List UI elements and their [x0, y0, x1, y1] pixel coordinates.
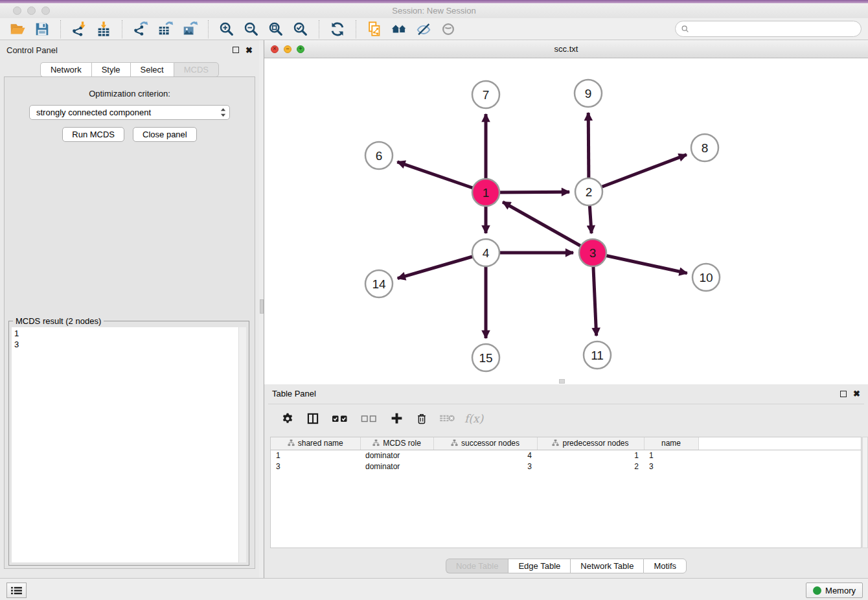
toolbar-separator: [319, 20, 319, 38]
column-header-name[interactable]: name: [644, 437, 698, 450]
zoom-selected-button[interactable]: [290, 19, 312, 39]
mcds-result-text[interactable]: 1 3: [12, 327, 238, 562]
graph-node-label: 4: [483, 246, 490, 260]
graph-edge-3-1[interactable]: [503, 202, 593, 253]
close-table-panel-icon[interactable]: ✖: [853, 389, 860, 398]
cell-shared-name[interactable]: 1: [271, 450, 360, 461]
column-header-successor-nodes[interactable]: successor nodes: [433, 437, 537, 450]
hide-panel-button[interactable]: [413, 19, 435, 39]
open-session-button[interactable]: [6, 19, 29, 39]
panel-divider-vertical[interactable]: [259, 40, 264, 578]
mcds-buttons: Run MCDS Close panel: [5, 127, 255, 142]
cell-predecessor-nodes[interactable]: 1: [537, 450, 644, 461]
tab-motifs[interactable]: Motifs: [643, 559, 687, 573]
search-field[interactable]: [675, 21, 862, 37]
cell-successor-nodes[interactable]: 4: [433, 450, 537, 461]
cell-mcds-role[interactable]: dominator: [360, 461, 433, 472]
tab-network[interactable]: Network: [40, 62, 91, 77]
delete-column-button[interactable]: [437, 408, 457, 429]
toolbar-separator: [356, 20, 356, 38]
plus-icon: [390, 411, 404, 425]
save-session-button[interactable]: [31, 19, 53, 39]
graph-node-label: 15: [479, 351, 492, 365]
columns-icon: [306, 412, 319, 425]
table-panel-header: Table Panel ✖: [264, 385, 868, 402]
column-header-predecessor-nodes[interactable]: predecessor nodes: [537, 437, 644, 450]
close-panel-icon[interactable]: ✖: [246, 46, 253, 54]
graph-edge-2-8[interactable]: [589, 155, 687, 192]
mcds-result-legend: MCDS result (2 nodes): [13, 316, 104, 326]
add-row-button[interactable]: [386, 408, 407, 429]
eye-icon: [440, 21, 457, 38]
apply-layout-button[interactable]: [326, 19, 348, 39]
table-row[interactable]: 3 dominator 3 2 3: [271, 461, 861, 472]
table-scrollbar[interactable]: [862, 437, 868, 548]
export-table-button[interactable]: [154, 19, 176, 39]
tab-select[interactable]: Select: [130, 62, 174, 77]
float-panel-icon[interactable]: [233, 47, 239, 53]
zoom-out-button[interactable]: [240, 19, 262, 39]
clone-network-button[interactable]: [363, 19, 385, 39]
graph-edge-3-10[interactable]: [593, 253, 687, 273]
checked-boxes-icon: [332, 413, 348, 424]
control-panel-title: Control Panel: [6, 45, 233, 55]
column-settings-button[interactable]: [277, 408, 298, 429]
splitter-handle[interactable]: [559, 379, 565, 384]
cell-name[interactable]: 1: [644, 450, 698, 461]
cell-predecessor-nodes[interactable]: 2: [537, 461, 644, 472]
cell-name[interactable]: 3: [644, 461, 698, 472]
cell-mcds-role[interactable]: dominator: [360, 450, 433, 461]
tab-edge-table[interactable]: Edge Table: [508, 559, 570, 573]
tab-style[interactable]: Style: [91, 62, 130, 77]
home-button[interactable]: [388, 19, 410, 39]
toolbar-separator: [208, 20, 209, 38]
unselect-all-button[interactable]: [357, 408, 382, 429]
column-header-shared-name[interactable]: shared name: [271, 437, 360, 450]
task-history-button[interactable]: [6, 583, 27, 598]
divider-handle[interactable]: [260, 299, 264, 314]
select-all-button[interactable]: [328, 408, 352, 429]
show-panel-button[interactable]: [437, 19, 459, 39]
graph-node-label: 8: [702, 141, 709, 155]
network-title: scc.txt: [264, 44, 868, 54]
open-folder-icon: [9, 21, 26, 38]
cell-shared-name[interactable]: 3: [271, 461, 360, 472]
result-scrollbar[interactable]: [238, 327, 246, 562]
mcds-tab-content: Optimization criterion: strongly connect…: [4, 76, 255, 569]
tab-network-table[interactable]: Network Table: [570, 559, 643, 573]
network-graph: 7968124314101511: [264, 58, 868, 384]
delete-row-button[interactable]: [411, 408, 432, 429]
show-columns-button[interactable]: [303, 408, 323, 429]
zoom-fit-button[interactable]: [265, 19, 287, 39]
search-input[interactable]: [693, 23, 856, 36]
zoom-in-button[interactable]: [216, 19, 238, 39]
column-header-filler: [698, 437, 861, 450]
list-icon: [10, 586, 23, 595]
table-row[interactable]: 1 dominator 4 1 1: [271, 450, 861, 461]
cell-successor-nodes[interactable]: 3: [433, 461, 537, 472]
run-mcds-button[interactable]: Run MCDS: [62, 127, 124, 142]
import-table-button[interactable]: [93, 19, 115, 39]
mcds-result-fieldset: MCDS result (2 nodes) 1 3: [8, 321, 249, 566]
network-canvas[interactable]: 7968124314101511: [264, 58, 868, 384]
graph-node-label: 3: [589, 246, 597, 260]
column-header-mcds-role[interactable]: MCDS role: [360, 437, 433, 450]
import-network-button[interactable]: [68, 19, 90, 39]
tab-mcds[interactable]: MCDS: [174, 62, 219, 77]
float-table-panel-icon[interactable]: [840, 391, 847, 397]
criterion-select[interactable]: strongly connected component: [29, 105, 230, 120]
delete-column-icon: [439, 413, 455, 424]
control-panel-header: Control Panel ✖: [0, 40, 259, 60]
network-window-titlebar[interactable]: × − + scc.txt: [264, 40, 868, 58]
close-panel-button[interactable]: Close panel: [133, 127, 197, 142]
search-icon: [681, 25, 690, 34]
control-panel-tabs: Network Style Select MCDS: [0, 62, 259, 77]
export-network-button[interactable]: [130, 19, 152, 39]
tab-node-table[interactable]: Node Table: [446, 559, 508, 573]
export-table-icon: [157, 21, 174, 38]
function-builder-button[interactable]: f(x): [464, 412, 483, 425]
graph-node-label: 14: [372, 277, 386, 291]
criterion-value: strongly connected component: [36, 108, 220, 117]
memory-button[interactable]: Memory: [806, 583, 863, 598]
export-image-button[interactable]: [179, 19, 201, 39]
